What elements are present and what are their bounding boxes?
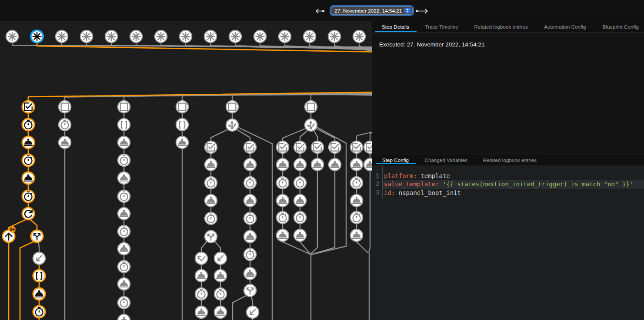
svg-text:9+: 9+ <box>10 227 15 232</box>
